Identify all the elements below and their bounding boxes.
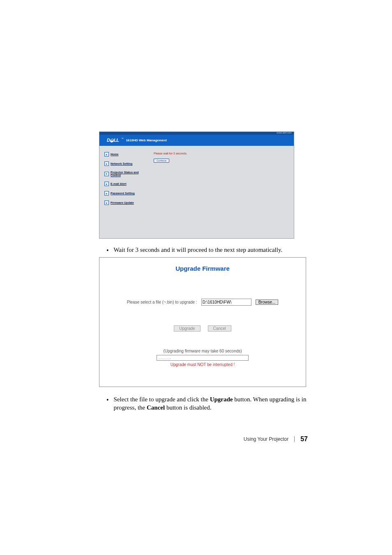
sidebar-item-home[interactable]: ▸ Home xyxy=(104,152,150,157)
arrow-icon: ▸ xyxy=(104,191,109,196)
arrow-icon: ▸ xyxy=(104,200,109,205)
wait-message: Please wait for 3 seconds. xyxy=(154,152,290,155)
sidebar-item-network[interactable]: ▸ Network Setting xyxy=(104,161,150,166)
arrow-icon: ▸ xyxy=(104,182,109,186)
bullet-dot: • xyxy=(106,397,109,403)
bullet-text: • Select the file to upgrade and click t… xyxy=(99,395,307,412)
bullet-text: • Wait for 3 seconds and it will proceed… xyxy=(99,246,294,254)
file-select-label: Please select a file (~.bin) to upgrade … xyxy=(127,300,197,304)
continue-button[interactable]: Continue xyxy=(154,159,169,163)
sidebar-item-firmware[interactable]: ▸ Firmware Update xyxy=(104,200,150,205)
url-text: www.dell.com xyxy=(277,131,292,134)
progress-bar: ........... xyxy=(157,355,249,361)
main-content: Please wait for 3 seconds. Continue xyxy=(150,146,294,238)
bullet-dot: • xyxy=(106,247,109,254)
sidebar-item-label: Projector Status and Control xyxy=(111,171,150,177)
document-page: www.dell.com D◒LL™ 1610HD Web Management… xyxy=(0,0,392,555)
top-strip: www.dell.com xyxy=(99,132,294,135)
cancel-button[interactable]: Cancel xyxy=(208,325,231,332)
banner-title: 1610HD Web Management xyxy=(126,138,166,142)
bullet-content: Select the file to upgrade and click the… xyxy=(114,395,307,412)
upgrade-note: (Upgrading firmware may take 60 seconds) xyxy=(99,349,306,353)
upgrade-firmware-screenshot: Upgrade Firmware Please select a file (~… xyxy=(99,257,306,387)
arrow-icon: ▸ xyxy=(104,172,109,176)
sidebar-item-status[interactable]: ▸ Projector Status and Control xyxy=(104,171,150,177)
web-management-screenshot: www.dell.com D◒LL™ 1610HD Web Management… xyxy=(99,131,294,239)
sidebar-item-label: Password Setting xyxy=(111,192,135,195)
body-area: ▸ Home ▸ Network Setting ▸ Projector Sta… xyxy=(99,146,294,238)
banner: D◒LL™ 1610HD Web Management xyxy=(99,135,294,146)
arrow-icon: ▸ xyxy=(104,152,109,157)
sidebar-item-password[interactable]: ▸ Password Setting xyxy=(104,191,150,196)
sidebar-item-email[interactable]: ▸ E-mail Alert xyxy=(104,182,150,186)
upgrade-button[interactable]: Upgrade xyxy=(174,325,200,332)
upgrade-firmware-title: Upgrade Firmware xyxy=(99,265,306,272)
dell-logo: D◒LL xyxy=(107,138,119,143)
action-button-row: Upgrade Cancel xyxy=(99,325,306,332)
trademark: ™ xyxy=(121,137,123,140)
warning-note: Upgrade must NOT be interrupted ! xyxy=(99,362,306,367)
bullet-content: Wait for 3 seconds and it will proceed t… xyxy=(114,246,294,254)
separator xyxy=(294,436,295,442)
sidebar-item-label: Home xyxy=(111,153,118,156)
sidebar-item-label: Network Setting xyxy=(111,162,132,165)
file-path-input[interactable] xyxy=(201,299,251,306)
section-title: Using Your Projector xyxy=(244,436,288,442)
file-select-row: Please select a file (~.bin) to upgrade … xyxy=(99,299,306,306)
sidebar-item-label: E-mail Alert xyxy=(111,182,127,185)
page-footer: Using Your Projector 57 xyxy=(244,435,308,443)
page-number: 57 xyxy=(300,435,308,443)
browse-button[interactable]: Browse... xyxy=(256,299,279,305)
arrow-icon: ▸ xyxy=(104,161,109,166)
sidebar: ▸ Home ▸ Network Setting ▸ Projector Sta… xyxy=(99,146,150,238)
sidebar-item-label: Firmware Update xyxy=(111,201,134,204)
